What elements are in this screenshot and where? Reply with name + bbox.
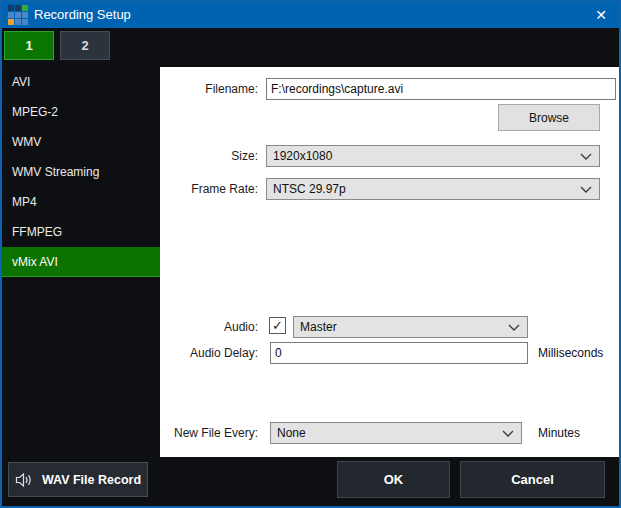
size-dropdown[interactable]: 1920x1080 xyxy=(266,145,600,167)
audio-delay-input[interactable] xyxy=(270,342,528,364)
sidebar-item-vmix-avi[interactable]: vMix AVI xyxy=(2,247,160,277)
frame-rate-value: NTSC 29.97p xyxy=(273,182,346,196)
vmix-logo-icon xyxy=(8,5,28,25)
new-file-every-value: None xyxy=(277,426,306,440)
frame-rate-label: Frame Rate: xyxy=(160,178,258,200)
sidebar-item-avi[interactable]: AVI xyxy=(2,67,160,97)
new-file-every-dropdown[interactable]: None xyxy=(270,422,522,444)
audio-delay-label: Audio Delay: xyxy=(160,342,258,364)
milliseconds-label: Milliseconds xyxy=(538,342,603,364)
wav-file-record-button[interactable]: WAV File Record xyxy=(8,462,148,497)
cancel-button[interactable]: Cancel xyxy=(460,461,605,498)
recording-setup-dialog: Recording Setup ✕ 1 2 AVI MPEG-2 WMV WMV… xyxy=(0,0,621,508)
filename-input[interactable] xyxy=(266,78,616,100)
window-title: Recording Setup xyxy=(34,2,131,28)
size-label: Size: xyxy=(160,145,258,167)
audio-checkbox[interactable]: ✓ xyxy=(269,317,286,334)
sidebar-item-ffmpeg[interactable]: FFMPEG xyxy=(2,217,160,247)
frame-rate-dropdown[interactable]: NTSC 29.97p xyxy=(266,178,600,200)
settings-panel: Filename: Browse Size: 1920x1080 Frame R… xyxy=(160,67,619,457)
new-file-every-label: New File Every: xyxy=(160,422,258,444)
speaker-icon xyxy=(15,472,33,488)
chevron-down-icon xyxy=(580,186,592,194)
audio-source-value: Master xyxy=(300,320,337,334)
tab-2[interactable]: 2 xyxy=(60,31,110,60)
tab-1[interactable]: 1 xyxy=(4,31,54,60)
close-icon[interactable]: ✕ xyxy=(585,2,617,28)
browse-button[interactable]: Browse xyxy=(498,104,600,131)
sidebar-item-mp4[interactable]: MP4 xyxy=(2,187,160,217)
audio-label: Audio: xyxy=(160,316,258,338)
sidebar-item-wmv[interactable]: WMV xyxy=(2,127,160,157)
chevron-down-icon xyxy=(580,153,592,161)
titlebar[interactable]: Recording Setup ✕ xyxy=(2,2,619,28)
ok-button[interactable]: OK xyxy=(337,461,450,498)
wav-file-record-label: WAV File Record xyxy=(42,473,141,487)
sidebar-item-wmv-streaming[interactable]: WMV Streaming xyxy=(2,157,160,187)
sidebar-item-mpeg2[interactable]: MPEG-2 xyxy=(2,97,160,127)
audio-source-dropdown[interactable]: Master xyxy=(293,316,528,338)
chevron-down-icon xyxy=(508,324,520,332)
minutes-label: Minutes xyxy=(538,422,580,444)
size-value: 1920x1080 xyxy=(273,149,332,163)
filename-label: Filename: xyxy=(160,78,258,100)
chevron-down-icon xyxy=(502,430,514,438)
